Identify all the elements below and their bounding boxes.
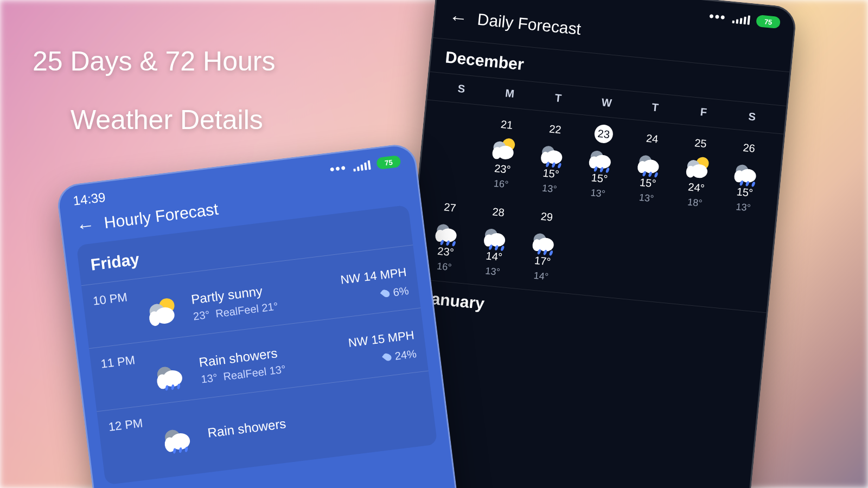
weekday: F bbox=[678, 96, 729, 128]
hour-wind: NW 14 MPH bbox=[340, 265, 407, 287]
signal-icon bbox=[353, 160, 371, 172]
calendar-day[interactable]: 22 15° 13° bbox=[524, 110, 581, 202]
low-temp: 16° bbox=[493, 178, 509, 191]
day-number: 29 bbox=[537, 207, 557, 227]
low-temp: 14° bbox=[533, 270, 549, 283]
calendar-day[interactable]: 28 14° 13° bbox=[467, 193, 524, 285]
hourly-rows: 10 PM Partly sunny 23° RealFeel 21° bbox=[81, 245, 436, 474]
day-number: 26 bbox=[739, 138, 759, 158]
low-temp: 13° bbox=[541, 183, 557, 196]
calendar-day[interactable]: 21 23° 16° bbox=[476, 106, 533, 198]
high-temp: 23° bbox=[494, 162, 511, 176]
weather-rainy-icon bbox=[735, 159, 760, 184]
low-temp: 13° bbox=[485, 265, 501, 278]
more-icon[interactable]: ••• bbox=[329, 160, 347, 177]
low-temp: 13° bbox=[590, 187, 606, 200]
calendar-day-empty bbox=[710, 216, 767, 309]
phone-hourly-forecast: 14:39 ••• 75 ← Hourly Forecast Friday 10… bbox=[55, 142, 469, 488]
weather-sunny-icon bbox=[492, 136, 517, 161]
high-temp: 17° bbox=[534, 254, 551, 268]
calendar-day[interactable]: 23 15° 13° bbox=[573, 115, 630, 207]
calendar-day[interactable]: 25 24° 18° bbox=[669, 124, 726, 216]
weekday: S bbox=[436, 73, 487, 105]
raindrop-icon bbox=[380, 288, 391, 298]
high-temp: 15° bbox=[591, 171, 608, 185]
signal-icon bbox=[732, 14, 751, 25]
weather-rainy-icon bbox=[589, 145, 614, 170]
headline: 25 Days & 72 Hours Weather Details bbox=[33, 43, 275, 138]
day-number: 24 bbox=[642, 129, 662, 149]
high-temp: 24° bbox=[687, 181, 705, 195]
weather-rainy-icon bbox=[540, 140, 565, 165]
calendar-day-empty bbox=[564, 202, 621, 294]
day-number: 23 bbox=[593, 124, 614, 144]
low-temp: 18° bbox=[687, 196, 703, 209]
hour-time: 12 PM bbox=[107, 414, 158, 434]
calendar-day[interactable]: 24 15° 13° bbox=[621, 119, 678, 211]
back-arrow-icon[interactable]: ← bbox=[449, 8, 469, 28]
weather-rainy-icon bbox=[484, 223, 509, 248]
hourly-card: Friday 10 PM Partly sunny 23° RealFeel 2… bbox=[76, 205, 438, 485]
low-temp: 13° bbox=[639, 192, 654, 205]
day-number: 22 bbox=[545, 119, 565, 139]
hour-wind: NW 15 MPH bbox=[348, 328, 416, 350]
hour-time: 10 PM bbox=[92, 288, 143, 309]
weekday: W bbox=[581, 87, 632, 119]
hour-precip: 24% bbox=[384, 347, 417, 363]
weather-rainy-icon bbox=[155, 359, 186, 389]
headline-line-1: 25 Days & 72 Hours bbox=[33, 43, 275, 80]
weather-sunny-icon bbox=[148, 296, 178, 326]
weather-rainy-icon bbox=[163, 422, 193, 452]
day-number: 27 bbox=[440, 197, 460, 217]
low-temp: 13° bbox=[736, 201, 751, 214]
battery-icon: 75 bbox=[756, 15, 781, 29]
hour-time: 11 PM bbox=[100, 351, 151, 371]
headline-line-2: Weather Details bbox=[71, 102, 275, 139]
calendar-day[interactable]: 26 15° 13° bbox=[718, 129, 775, 221]
day-number: 28 bbox=[488, 202, 508, 222]
weekday: S bbox=[726, 101, 777, 133]
calendar-day[interactable]: 29 17° 14° bbox=[516, 197, 573, 290]
weather-rainy-icon bbox=[637, 150, 662, 175]
high-temp: 15° bbox=[639, 176, 656, 190]
weekday: T bbox=[533, 82, 584, 114]
weekday: T bbox=[630, 92, 681, 124]
high-temp: 15° bbox=[736, 185, 754, 200]
weekday: M bbox=[484, 78, 535, 110]
status-time: 14:39 bbox=[72, 190, 106, 209]
battery-icon: 75 bbox=[376, 155, 401, 170]
day-number: 25 bbox=[691, 133, 711, 153]
hour-precip: 6% bbox=[381, 284, 409, 300]
weather-rainy-icon bbox=[435, 219, 460, 243]
status-time: 14:39 bbox=[451, 0, 484, 2]
low-temp: 16° bbox=[436, 261, 452, 274]
calendar-day-empty bbox=[661, 211, 718, 304]
back-arrow-icon[interactable]: ← bbox=[75, 215, 95, 236]
weather-sunny-icon bbox=[686, 155, 711, 179]
weather-rainy-icon bbox=[532, 228, 557, 253]
raindrop-icon bbox=[382, 352, 393, 362]
hour-condition: Rain showers bbox=[207, 411, 328, 441]
page-title: Daily Forecast bbox=[476, 10, 582, 38]
high-temp: 14° bbox=[486, 249, 503, 264]
day-number: 21 bbox=[497, 114, 517, 134]
more-icon[interactable]: ••• bbox=[709, 9, 727, 25]
calendar-day-empty bbox=[427, 101, 484, 193]
phone-daily-forecast: 14:39 ••• 75 ← Daily Forecast December S… bbox=[388, 0, 797, 488]
high-temp: 23° bbox=[437, 245, 454, 259]
high-temp: 15° bbox=[542, 167, 559, 181]
calendar-day-empty bbox=[612, 207, 669, 299]
